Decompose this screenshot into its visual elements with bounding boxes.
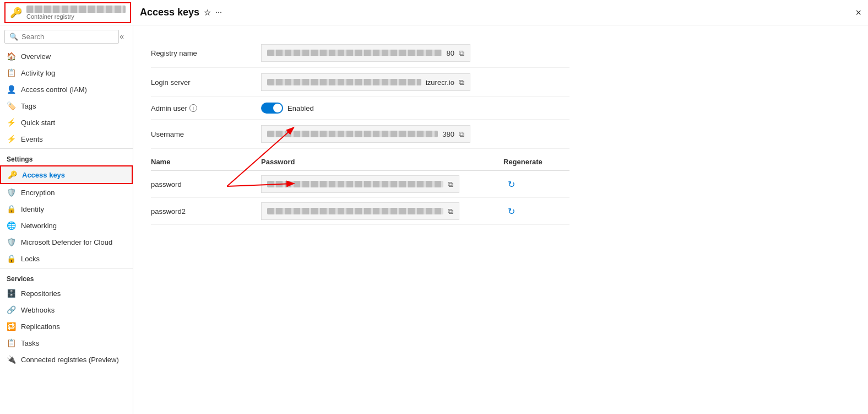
admin-user-label: Admin user i [151, 104, 261, 112]
favorite-icon[interactable]: ☆ [204, 8, 211, 17]
login-server-blurred [267, 79, 421, 85]
services-section-label: Services [0, 270, 133, 285]
access-control-icon: 👤 [7, 85, 15, 94]
resource-info: Container registry [26, 6, 126, 20]
login-server-copy-icon[interactable]: ⧉ [459, 78, 464, 87]
login-server-value: izurecr.io ⧉ [261, 73, 569, 91]
networking-icon: 🌐 [7, 221, 15, 230]
sidebar-label-access-control: Access control (IAM) [21, 85, 87, 94]
overview-icon: 🏠 [7, 52, 15, 61]
sidebar-item-events[interactable]: ⚡ Events [0, 131, 133, 147]
login-server-row: Login server izurecr.io ⧉ [151, 68, 569, 97]
repositories-icon: 🗄️ [7, 289, 15, 298]
search-input[interactable] [21, 33, 114, 41]
page-title: Access keys [140, 7, 199, 18]
username-label: Username [151, 130, 261, 138]
page-header: Access keys ☆ ··· [140, 7, 222, 18]
top-bar: 🔑 Container registry Access keys ☆ ··· × [0, 0, 868, 25]
sidebar-item-repositories[interactable]: 🗄️ Repositories [0, 285, 133, 302]
registry-name-copy-icon[interactable]: ⧉ [459, 49, 464, 58]
activity-log-icon: 📋 [7, 68, 15, 77]
sidebar-item-locks[interactable]: 🔒 Locks [0, 250, 133, 267]
login-server-label: Login server [151, 78, 261, 87]
sidebar-item-tags[interactable]: 🏷️ Tags [0, 98, 133, 114]
sidebar-label-identity: Identity [21, 205, 44, 213]
access-keys-icon: 🔑 [8, 170, 17, 179]
username-suffix: 380 [442, 130, 454, 138]
col-name: Name [151, 158, 261, 166]
close-button[interactable]: × [855, 7, 861, 18]
sidebar-label-events: Events [21, 135, 43, 143]
collapse-button[interactable]: « [115, 30, 128, 43]
username-copy-icon[interactable]: ⧉ [459, 130, 464, 139]
username-row: Username 380 ⧉ [151, 120, 569, 149]
sidebar-item-encryption[interactable]: 🛡️ Encryption [0, 184, 133, 201]
sidebar-label-connected-registries: Connected registries (Preview) [21, 356, 119, 364]
login-server-field: izurecr.io ⧉ [261, 73, 470, 91]
password-blurred-1 [267, 181, 443, 187]
regen-icon-1[interactable]: ↻ [508, 179, 515, 190]
events-icon: ⚡ [7, 135, 15, 143]
password-copy-icon-2[interactable]: ⧉ [448, 207, 453, 216]
webhooks-icon: 🔗 [7, 305, 15, 314]
sidebar-item-quick-start[interactable]: ⚡ Quick start [0, 114, 133, 131]
admin-user-toggle-wrap: Enabled [261, 103, 314, 114]
regen-cell-2: ↻ [503, 206, 569, 217]
sidebar-label-quick-start: Quick start [21, 119, 55, 127]
col-password: Password [261, 158, 503, 166]
sidebar-label-tags: Tags [21, 102, 36, 110]
regen-icon-2[interactable]: ↻ [508, 206, 515, 217]
password-copy-icon-1[interactable]: ⧉ [448, 180, 453, 189]
password-name-1: password [151, 180, 261, 189]
sidebar-label-access-keys: Access keys [22, 171, 65, 179]
sidebar-item-identity[interactable]: 🔒 Identity [0, 201, 133, 217]
sidebar-search[interactable]: 🔍 [4, 30, 119, 44]
registry-name-field: 80 ⧉ [261, 44, 470, 62]
admin-user-toggle-label: Enabled [287, 104, 314, 112]
password-table: Name Password Regenerate password ⧉ ↻ pa… [151, 153, 569, 225]
admin-user-toggle[interactable] [261, 103, 283, 114]
registry-name-label: Registry name [151, 49, 261, 57]
resource-box[interactable]: 🔑 Container registry [4, 2, 131, 23]
defender-icon: 🛡️ [7, 238, 15, 246]
toggle-knob [273, 104, 282, 112]
tasks-icon: 📋 [7, 338, 15, 347]
registry-name-blurred [267, 50, 442, 56]
sidebar-label-tasks: Tasks [21, 339, 39, 347]
admin-user-value: Enabled [261, 103, 569, 114]
sidebar-item-webhooks[interactable]: 🔗 Webhooks [0, 302, 133, 318]
resource-sub: Container registry [26, 13, 126, 20]
settings-section-label: Settings [0, 150, 133, 165]
registry-name-suffix: 80 [447, 49, 454, 57]
main-layout: 🔍 « 🏠 Overview 📋 Activity log 👤 Access c… [0, 25, 868, 414]
admin-user-info-icon[interactable]: i [189, 104, 197, 112]
sidebar-item-activity-log[interactable]: 📋 Activity log [0, 64, 133, 81]
sidebar-label-encryption: Encryption [21, 189, 55, 197]
search-icon: 🔍 [9, 33, 18, 41]
sidebar-item-overview[interactable]: 🏠 Overview [0, 48, 133, 64]
more-options-icon[interactable]: ··· [215, 8, 222, 17]
sidebar-item-defender[interactable]: 🛡️ Microsoft Defender for Cloud [0, 234, 133, 250]
sidebar-item-networking[interactable]: 🌐 Networking [0, 217, 133, 234]
sidebar-label-repositories: Repositories [21, 289, 61, 298]
password-table-header: Name Password Regenerate [151, 153, 569, 171]
form-grid: Registry name 80 ⧉ Login server izurecr.… [151, 39, 569, 149]
sidebar: 🔍 « 🏠 Overview 📋 Activity log 👤 Access c… [0, 25, 133, 414]
sidebar-label-activity-log: Activity log [21, 69, 55, 77]
sidebar-item-access-keys[interactable]: 🔑 Access keys [0, 165, 133, 184]
password-row-1: password ⧉ ↻ [151, 171, 569, 198]
tags-icon: 🏷️ [7, 101, 15, 110]
sidebar-label-defender: Microsoft Defender for Cloud [21, 238, 112, 246]
username-value: 380 ⧉ [261, 125, 569, 143]
sidebar-item-tasks[interactable]: 📋 Tasks [0, 335, 133, 351]
connected-registries-icon: 🔌 [7, 355, 15, 364]
sidebar-label-webhooks: Webhooks [21, 306, 55, 314]
sidebar-item-access-control[interactable]: 👤 Access control (IAM) [0, 81, 133, 98]
sidebar-label-locks: Locks [21, 255, 40, 263]
registry-name-row: Registry name 80 ⧉ [151, 39, 569, 68]
quick-start-icon: ⚡ [7, 118, 15, 127]
sidebar-item-connected-registries[interactable]: 🔌 Connected registries (Preview) [0, 351, 133, 368]
replications-icon: 🔁 [7, 322, 15, 331]
sidebar-item-replications[interactable]: 🔁 Replications [0, 318, 133, 335]
col-regenerate: Regenerate [503, 158, 569, 166]
